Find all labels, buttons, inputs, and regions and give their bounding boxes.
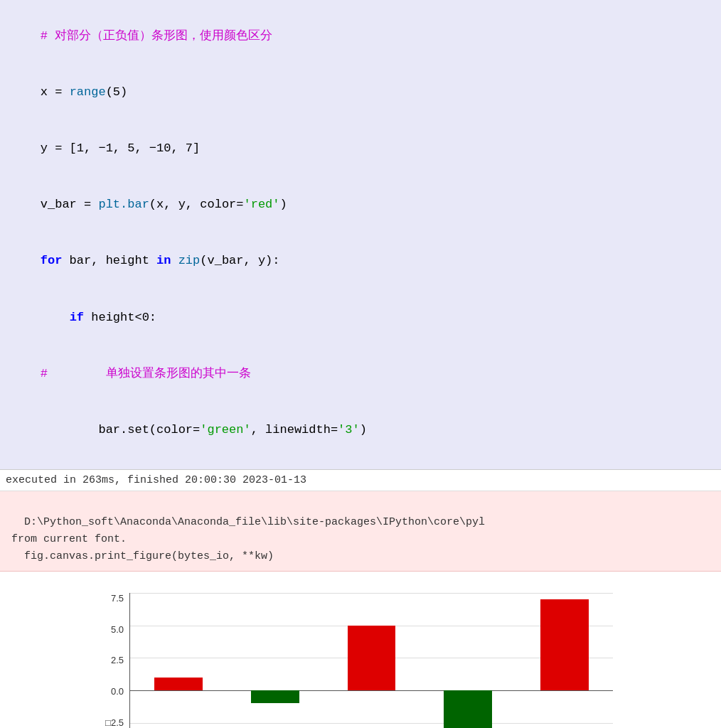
warning-line2: from current font. — [11, 533, 127, 545]
y-label-n25: □2.5 — [105, 717, 124, 728]
code-line-6: if height<0: — [11, 289, 710, 346]
comment-text-1: # 对部分（正负值）条形图，使用颜色区分 — [41, 29, 272, 43]
chart-axes — [129, 593, 613, 728]
code-line-7: # 单独设置条形图的其中一条 — [11, 346, 710, 402]
warning-line3: fig.canvas.print_figure(bytes_io, **kw) — [11, 550, 274, 562]
code-line-8: bar.set(color='green', linewidth='3') — [11, 402, 710, 458]
y-axis-labels: 7.5 5.0 2.5 0.0 □2.5 □5.0 □7.5 □10.0 — [87, 593, 128, 728]
grid-line — [130, 723, 613, 724]
y-label-25: 2.5 — [111, 655, 124, 665]
code-line-2: x = range(5) — [11, 65, 710, 121]
chart-section: 7.5 5.0 2.5 0.0 □2.5 □5.0 □7.5 □10.0 0 1… — [0, 572, 721, 728]
exec-bar: executed in 263ms, finished 20:00:30 202… — [0, 470, 721, 491]
code-line-4: v_bar = plt.bar(x, y, color='red') — [11, 177, 710, 233]
exec-text: executed in 263ms, finished 20:00:30 202… — [6, 474, 306, 486]
code-line-5: for bar, height in zip(v_bar, y): — [11, 233, 710, 289]
code-block: # 对部分（正负值）条形图，使用颜色区分 x = range(5) y = [1… — [0, 0, 721, 470]
chart-container: 7.5 5.0 2.5 0.0 □2.5 □5.0 □7.5 □10.0 0 1… — [87, 586, 627, 728]
chart-bar — [251, 690, 299, 703]
chart-bar — [444, 690, 492, 728]
code-line-1: # 对部分（正负值）条形图，使用颜色区分 — [11, 9, 710, 65]
zero-line — [130, 690, 613, 692]
y-label-75: 7.5 — [111, 593, 124, 604]
code-line-3: y = [1, −1, 5, −10, 7] — [11, 121, 710, 177]
warning-line1: D:\Python_soft\Anaconda\Anaconda_file\li… — [24, 516, 485, 528]
y-label-50: 5.0 — [111, 624, 124, 635]
grid-line — [130, 593, 613, 594]
chart-bar — [540, 599, 589, 690]
y-label-00: 0.0 — [111, 686, 124, 697]
warning-block: D:\Python_soft\Anaconda\Anaconda_file\li… — [0, 491, 721, 572]
chart-bar — [348, 626, 396, 690]
chart-bar — [154, 678, 203, 690]
